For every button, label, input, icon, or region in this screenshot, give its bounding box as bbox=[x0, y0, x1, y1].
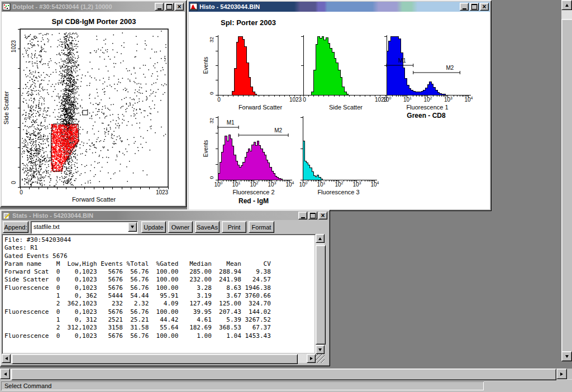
app-vertical-scrollbar[interactable] bbox=[561, 0, 572, 361]
fl3-histogram-tick-label: 103 bbox=[352, 181, 361, 188]
ssc-xlabel: Side Scatter bbox=[329, 104, 363, 111]
dotplot-minimize-button[interactable] bbox=[155, 3, 164, 11]
statfile-combobox-dropdown-button[interactable] bbox=[128, 222, 137, 232]
stats-report-line: Fluorescence 0 0,1023 5676 56.76 100.00 … bbox=[4, 332, 316, 340]
dotplot-xlabel: Forward Scatter bbox=[72, 196, 116, 203]
fsc-histogram-shape bbox=[218, 36, 300, 95]
fl1-histogram-tick-label: 101 bbox=[403, 96, 412, 103]
stats-maximize-button[interactable] bbox=[308, 212, 317, 219]
histo-maximize-button[interactable] bbox=[470, 3, 479, 11]
stats-report-line: Fluorescence 0 0,1023 5676 56.76 100.00 … bbox=[4, 284, 316, 292]
fl2-histogram: 100101102103104M1M2 bbox=[214, 116, 294, 188]
fl1-footer-label: Green - CD8 bbox=[407, 112, 446, 119]
status-message: Select Command bbox=[4, 383, 51, 389]
histo-minimize-button[interactable] bbox=[460, 3, 469, 11]
fl3-histogram-tick-label: 100 bbox=[299, 181, 307, 188]
stats-resize-grip[interactable] bbox=[316, 354, 325, 363]
fl2-xlabel: Fluorescence 2 bbox=[232, 189, 274, 195]
statfile-combobox-value: statfile.txt bbox=[34, 223, 59, 230]
ssc-xmax-label: 1023 bbox=[375, 97, 388, 103]
dotplot-window-title: Dotplot - #30:54203044 (1,2) 10000 bbox=[12, 3, 153, 10]
stats-minimize-button[interactable] bbox=[298, 212, 307, 219]
dotplot-ymax-label: 1023 bbox=[11, 40, 17, 52]
fl2-histogram-tick-label: 100 bbox=[214, 181, 222, 188]
fl1-histogram-marker-label-M2: M2 bbox=[446, 65, 454, 71]
stats-scroll-up-button[interactable] bbox=[316, 234, 325, 243]
stats-horizontal-scrollbar[interactable] bbox=[2, 354, 316, 363]
dotplot-axis-ticks bbox=[18, 29, 168, 189]
fl2-histogram-tick-label: 102 bbox=[250, 181, 258, 188]
stats-close-button[interactable]: × bbox=[318, 212, 327, 219]
fl1-histogram-marker-M2[interactable] bbox=[413, 71, 460, 74]
stats-vertical-scrollbar[interactable] bbox=[316, 234, 325, 354]
stats-toolbar: Append: statfile.txt Update Owner SaveAs… bbox=[2, 220, 328, 235]
fl1-histogram-tick-label: 104 bbox=[464, 96, 473, 103]
fsc-xlabel: Forward Scatter bbox=[239, 104, 283, 111]
stats-report[interactable]: File: #30:54203044Gates: R1Gated Events … bbox=[2, 234, 316, 354]
statfile-combobox[interactable]: statfile.txt bbox=[31, 221, 138, 234]
app-hscroll-thumb[interactable] bbox=[11, 369, 556, 380]
fl2-histogram-marker-label-M1: M1 bbox=[227, 119, 235, 126]
stats-report-line: 2 312,1023 3158 31.58 55.64 182.69 368.5… bbox=[4, 324, 316, 332]
stats-scroll-right-button[interactable] bbox=[307, 354, 316, 363]
stats-report-line: 1 0, 362 5444 54.44 95.91 3.19 3.67 3760… bbox=[4, 292, 316, 300]
dotplot-chart: Spl CD8-IgM Porter 2003 1023 0 Side Scat… bbox=[2, 12, 185, 205]
stats-hscroll-thumb[interactable] bbox=[12, 354, 298, 364]
stats-report-line: Gated Events 5676 bbox=[4, 252, 316, 260]
app-scroll-down-button[interactable] bbox=[561, 351, 572, 361]
update-button[interactable]: Update bbox=[141, 221, 166, 233]
dotplot-close-button[interactable]: × bbox=[175, 3, 184, 11]
fsc-ymax-label: 32 bbox=[209, 37, 214, 42]
fl2-histogram-tick-label: 103 bbox=[268, 181, 276, 188]
ssc-histogram bbox=[301, 35, 388, 97]
fl1-histogram-marker-label-M1: M1 bbox=[398, 58, 406, 64]
dotplot-titlebar[interactable]: Dotplot - #30:54203044 (1,2) 10000 × bbox=[2, 2, 185, 12]
fsc-ymin-label: 0 bbox=[209, 92, 214, 94]
dotplot-maximize-button[interactable] bbox=[165, 3, 174, 11]
format-button[interactable]: Format bbox=[249, 221, 274, 233]
histo-close-button[interactable]: × bbox=[480, 3, 489, 11]
append-button[interactable]: Append: bbox=[3, 221, 28, 233]
app-horizontal-scrollbar[interactable] bbox=[0, 369, 567, 379]
gate-r1-events bbox=[51, 124, 79, 172]
stats-scroll-left-button[interactable] bbox=[2, 354, 11, 363]
fl2-ylabel: Events bbox=[203, 140, 209, 157]
histo-panel-title: Spl: Porter 2003 bbox=[221, 18, 276, 27]
saveas-button[interactable]: SaveAs bbox=[195, 221, 220, 233]
stats-vscroll-thumb[interactable] bbox=[316, 245, 326, 345]
stats-report-line: Gates: R1 bbox=[4, 244, 316, 252]
fl2-histogram-tick-label: 101 bbox=[232, 181, 240, 188]
dotplot-ylabel: Side Scatter bbox=[3, 91, 9, 125]
stats-window-icon bbox=[3, 212, 11, 219]
gate-r1-handle[interactable] bbox=[83, 111, 88, 115]
app-scroll-up-button[interactable] bbox=[561, 0, 572, 10]
dotplot-scatter-points bbox=[21, 31, 166, 187]
fl2-histogram-marker-M2[interactable] bbox=[239, 133, 288, 137]
app-scroll-left-button[interactable] bbox=[0, 369, 10, 379]
dotplot-xmin-label: 0 bbox=[20, 189, 23, 195]
histo-canvas: Spl: Porter 2003 100101102103104M1M21001… bbox=[189, 12, 490, 209]
fsc-histogram-axes bbox=[216, 35, 303, 97]
dotplot-chart-title: Spl CD8-IgM Porter 2003 bbox=[52, 17, 136, 26]
status-message-panel: Select Command bbox=[1, 381, 484, 390]
stats-scroll-down-button[interactable] bbox=[316, 345, 325, 354]
stats-window: Stats - Histo - 54203044.BIN × Append: s… bbox=[0, 209, 330, 366]
fl3-histogram-tick-label: 104 bbox=[370, 181, 379, 188]
fl3-histogram-tick-label: 102 bbox=[335, 181, 343, 188]
stats-titlebar[interactable]: Stats - Histo - 54203044.BIN × bbox=[2, 211, 328, 220]
fl1-histogram-tick-label: 102 bbox=[423, 96, 432, 103]
fl2-histogram-marker-M1[interactable] bbox=[218, 126, 239, 129]
scrollbar-corner bbox=[567, 369, 572, 379]
fsc-xmin-label: 0 bbox=[217, 97, 221, 103]
app-vscroll-thumb[interactable] bbox=[561, 19, 572, 352]
stats-report-line: Param name M Low,High Events %Total %Gat… bbox=[4, 260, 316, 268]
app-scroll-right-button[interactable] bbox=[556, 369, 567, 379]
fsc-xmax-label: 1023 bbox=[289, 97, 302, 103]
fl3-histogram-shape bbox=[303, 141, 374, 180]
stats-report-line: File: #30:54203044 bbox=[4, 236, 316, 244]
histo-titlebar[interactable]: Histo - 54203044.BIN × bbox=[189, 2, 490, 12]
fl1-histogram: 100101102103104M1M2 bbox=[383, 35, 473, 103]
print-button[interactable]: Print bbox=[222, 221, 246, 233]
dotplot-xmax-label: 1023 bbox=[156, 189, 169, 195]
owner-button[interactable]: Owner bbox=[168, 221, 193, 233]
